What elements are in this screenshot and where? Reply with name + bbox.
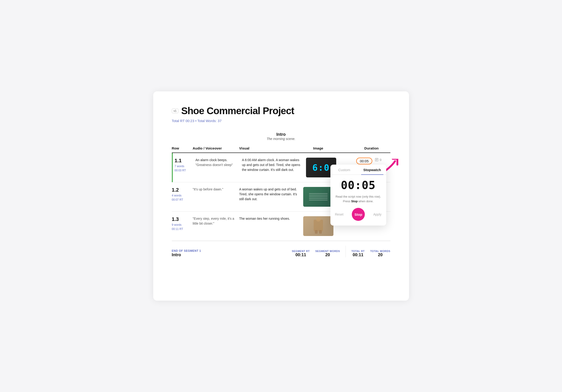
section-subtitle: The morning scene. [172, 137, 390, 141]
total-words-label: TOTAL WORDS [370, 250, 390, 253]
col-header-visual: Visual [239, 146, 300, 150]
segment-words-value: 20 [315, 253, 340, 257]
window-line-4 [309, 198, 328, 199]
project-meta: Total RT 00:23 • Total Words: 37 [172, 119, 390, 123]
table-header: Row Audio / Voiceover Visual Image Durat… [172, 146, 390, 153]
hint-line2: Press [343, 200, 351, 203]
popup-hint: Read the script now (only this row). Pre… [330, 194, 386, 204]
footer-segment-name: Intro [172, 253, 286, 257]
clock-display: 6:0 [312, 162, 330, 173]
footer-total-words: TOTAL WORDS 20 [370, 250, 390, 257]
reset-button[interactable]: Reset [335, 212, 344, 216]
visual-cell-2: A woman wakes up and gets out of bed. Ti… [239, 187, 300, 202]
row-words-3: 9 words [172, 223, 193, 226]
footer-segment-rt: SEGMENT RT 00:11 [292, 250, 310, 257]
row-words: 7 words [175, 165, 196, 168]
footer-totals: TOTAL RT 00:11 TOTAL WORDS 20 [351, 250, 390, 257]
footer-segment-words: SEGMENT WORDS 20 [315, 250, 340, 257]
row-rt-2: 00:07 RT [172, 198, 193, 201]
col-header-image: Image [300, 146, 337, 150]
row-id-cell-2: 1.2 4 words 00:07 RT [172, 187, 193, 201]
page-container: v1 Shoe Commercial Project Total RT 00:2… [153, 91, 409, 301]
audio-quote-3: "Every step, every mile, it's a little b… [193, 216, 239, 226]
tab-stopwatch[interactable]: Stopwatch [358, 165, 386, 175]
col-header-row: Row [172, 146, 193, 150]
row-id-cell-3: 1.3 9 words 00:11 RT [172, 216, 193, 231]
footer-end-label: END OF SEGMENT 1 [172, 249, 286, 253]
audio-cell-1: An alarm clock beeps. "Greatness doesn't… [196, 158, 242, 167]
hint-stop-word: Stop [351, 200, 358, 203]
apply-button[interactable]: Apply [373, 212, 381, 216]
tab-custom[interactable]: Custom [330, 165, 358, 175]
footer-segment-info: END OF SEGMENT 1 Intro [172, 249, 286, 257]
image-shoes [303, 216, 333, 236]
popup-actions: Reset Stop Apply [330, 208, 386, 221]
footer-total-rt: TOTAL RT 00:11 [351, 250, 365, 257]
visual-cell-3: The woman ties her running shoes. [239, 216, 300, 221]
hint-line3: when done. [359, 200, 374, 203]
person-silhouette [309, 217, 328, 236]
visual-cell-1: A 6:00 AM alarm clock. A woman wakes up … [242, 158, 303, 172]
window-line-3 [309, 196, 328, 197]
stop-button[interactable]: Stop [352, 208, 365, 221]
row-number-3: 1.3 [172, 216, 193, 222]
image-window [303, 187, 333, 207]
duration-value-1[interactable]: 00:05 [356, 158, 373, 164]
col-header-audio: Audio / Voiceover [193, 146, 239, 150]
section-title: Intro [172, 132, 390, 137]
total-words-value: 20 [370, 253, 390, 257]
project-header: v1 Shoe Commercial Project [172, 105, 390, 116]
col-header-duration: Duration [337, 146, 379, 150]
stopwatch-popup: Custom Stopwatch 00:05 Read the script n… [330, 165, 386, 226]
row-id-cell: 1.1 7 words 00:03 RT [175, 158, 196, 172]
audio-main-1: An alarm clock beeps. [196, 158, 242, 162]
audio-cell-3: "Every step, every mile, it's a little b… [193, 216, 239, 226]
version-badge: v1 [172, 109, 179, 113]
total-rt-value: 00:11 [351, 253, 365, 257]
svg-rect-6 [315, 230, 318, 234]
section-header: Intro The morning scene. [172, 132, 390, 141]
audio-quote-1: "Greatness doesn't sleep" [196, 162, 242, 167]
duration-cell-1[interactable]: 00:05 0 Custom Stopwatch [340, 158, 382, 164]
row-rt: 00:03 RT [175, 169, 196, 172]
segment-rt-label: SEGMENT RT [292, 250, 310, 253]
window-line-5 [309, 200, 328, 200]
popup-tabs: Custom Stopwatch [330, 165, 386, 175]
project-title: Shoe Commercial Project [181, 105, 294, 116]
row-number: 1.1 [175, 158, 196, 164]
segment-rt-value: 00:11 [292, 253, 310, 257]
window-line-2 [309, 195, 328, 196]
table-wrapper: Row Audio / Voiceover Visual Image Durat… [172, 146, 390, 241]
window-lines [309, 193, 328, 200]
popup-timer: 00:05 [330, 179, 386, 192]
row-words-2: 4 words [172, 194, 193, 197]
audio-cell-2: "It's up before dawn." [193, 187, 239, 192]
audio-quote-2: "It's up before dawn." [193, 187, 239, 192]
table-footer: END OF SEGMENT 1 Intro SEGMENT RT 00:11 … [172, 241, 390, 257]
notes-count-1: 0 [380, 158, 381, 161]
total-rt-label: TOTAL RT [351, 250, 365, 253]
hint-line1: Read the script now (only this row). [336, 195, 381, 198]
footer-divider [346, 246, 346, 257]
notes-badge-1: 0 [375, 158, 381, 162]
table-row-1-1: 1.1 7 words 00:03 RT An alarm clock beep… [172, 153, 390, 182]
segment-words-label: SEGMENT WORDS [315, 250, 340, 253]
row-rt-3: 00:11 RT [172, 227, 193, 231]
notes-icon-1 [375, 158, 379, 162]
window-line-1 [309, 193, 328, 194]
row-number-2: 1.2 [172, 187, 193, 193]
svg-rect-7 [319, 230, 322, 234]
